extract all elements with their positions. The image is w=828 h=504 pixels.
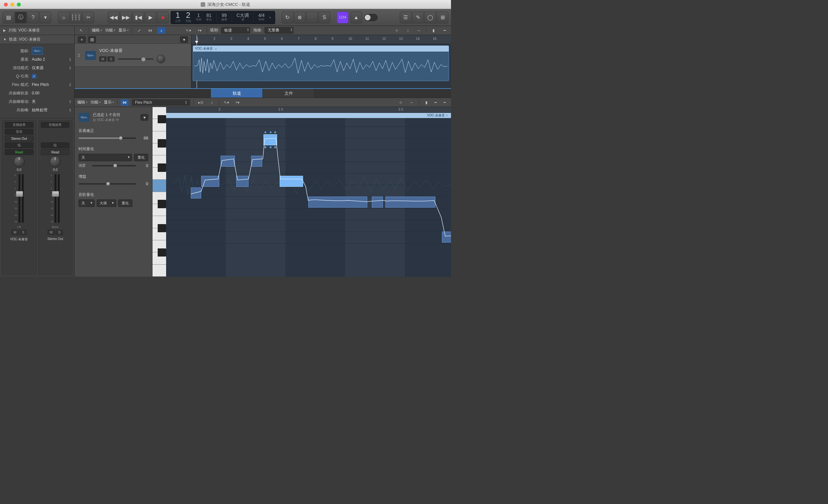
metronome-button[interactable]: ▲ <box>350 12 362 23</box>
pointer-tool[interactable]: ↖▾ <box>222 99 231 106</box>
scale-quantize-button[interactable]: 量化 <box>118 200 132 207</box>
channel-value[interactable]: Audio 2▴▾ <box>32 57 71 61</box>
mixer-button[interactable]: ┆┆┆ <box>70 12 82 23</box>
lcd-key[interactable]: C大调 <box>237 13 249 17</box>
inspector-button[interactable]: ⓘ <box>15 12 27 23</box>
formant-track-value[interactable]: 0.00 <box>32 91 71 95</box>
track-mute[interactable]: M <box>99 56 107 61</box>
browsers-button[interactable]: ⊞ <box>437 12 448 23</box>
track-name[interactable]: VOC-未修音 <box>99 48 188 53</box>
mute-button[interactable]: M <box>11 229 18 235</box>
pointer-select[interactable]: ↖▾ <box>184 27 193 34</box>
global-tracks-button[interactable]: ▾ <box>180 36 188 43</box>
pan-value[interactable]: 0.0 <box>17 168 22 172</box>
flex-pitch-icon[interactable]: ♪ <box>157 27 165 34</box>
strength-value[interactable]: 0 <box>139 163 148 168</box>
time-quantize-select[interactable]: 关▾ <box>79 154 132 161</box>
catch-icon[interactable]: ♪ <box>208 99 216 106</box>
drag-value[interactable]: 无重叠▴▾ <box>264 27 294 34</box>
flex-note[interactable] <box>385 197 436 208</box>
editor-view-menu[interactable]: 显示 <box>104 99 114 105</box>
audiofx-slot[interactable]: 音频效果 <box>5 122 33 128</box>
edit-menu[interactable]: 编辑 <box>92 28 102 33</box>
zoom-slider-h[interactable]: ━ <box>441 27 448 34</box>
maximize-button[interactable] <box>17 3 21 6</box>
snap-value[interactable]: 敏捷▴▾ <box>221 27 250 34</box>
pan-value[interactable]: 0.0 <box>53 168 57 172</box>
forward-button[interactable]: ▶▶ <box>120 12 132 23</box>
list-editors-button[interactable]: ☰ <box>400 12 411 23</box>
solo-button[interactable]: S <box>19 229 27 235</box>
pitch-correction-value[interactable]: 88 <box>139 135 148 140</box>
editor-edit-menu[interactable]: 编辑 <box>77 99 87 105</box>
record-button[interactable]: ● <box>157 12 169 23</box>
hzoom-icon[interactable]: ↔ <box>408 99 416 106</box>
flex-note-selected[interactable] <box>263 134 277 145</box>
solo-button[interactable]: S <box>56 229 63 235</box>
notepad-button[interactable]: ✎ <box>412 12 424 23</box>
bnce-label[interactable]: Bnce <box>52 225 59 229</box>
note-grid[interactable]: 2 2 3 3 3 4 VOC-未修音 ○ <box>166 107 451 277</box>
stop-button[interactable]: ▮◀ <box>132 12 144 23</box>
solo-button[interactable]: S <box>319 12 330 23</box>
lcd-tempo[interactable]: 99 <box>221 13 227 17</box>
zoom-h-slider-2[interactable]: ━ <box>441 99 448 106</box>
autoquantize-button[interactable]: ⟋ <box>306 12 318 23</box>
secondary-tool[interactable]: +▾ <box>234 99 241 106</box>
flex-note[interactable] <box>191 187 201 199</box>
formant-move-value[interactable]: 关▴▾ <box>32 99 71 104</box>
duplicate-track-button[interactable]: ⊞ <box>88 36 96 43</box>
time-quantize-button[interactable]: 量化 <box>134 154 148 161</box>
automation-mode[interactable]: Read <box>41 149 70 155</box>
piano-keyboard[interactable]: C4 C3 <box>153 107 166 277</box>
play-button[interactable]: ▶ <box>145 12 156 23</box>
add-track-button[interactable]: + <box>78 36 86 43</box>
gain-value[interactable]: 0 <box>139 181 148 186</box>
editor-ruler[interactable]: 2 2 3 3 3 4 <box>166 107 451 113</box>
flex-note[interactable] <box>372 197 383 208</box>
tab-file[interactable]: 文件 <box>263 89 315 98</box>
track-pan-knob[interactable] <box>157 55 165 63</box>
minimize-button[interactable] <box>10 3 14 6</box>
close-button[interactable] <box>4 3 8 6</box>
editors-button[interactable]: ✂ <box>82 12 94 23</box>
gain-slider[interactable] <box>79 183 136 184</box>
count-in-button[interactable]: 1234 <box>337 12 348 23</box>
lcd-display[interactable]: 1小节 2节拍 1等份 81音位 99速度 C大调调 4/4时间 ▾ <box>171 11 275 24</box>
master-toggle[interactable] <box>364 14 378 21</box>
flex-note[interactable] <box>280 176 303 187</box>
loops-button[interactable]: ◯ <box>424 12 436 23</box>
flex-note[interactable] <box>236 176 249 187</box>
region-header[interactable]: ▶ 片段: VOC-未修音 <box>0 26 74 35</box>
flex-note[interactable] <box>201 176 219 187</box>
group-slot[interactable]: 组 <box>5 142 33 148</box>
help-button[interactable]: ? <box>27 12 39 23</box>
formant-value[interactable]: 始终处理▴▾ <box>32 107 71 113</box>
pitch-correction-slider[interactable] <box>79 137 136 139</box>
editor-functions-menu[interactable]: 功能 <box>90 99 100 105</box>
strength-slider[interactable] <box>92 165 136 166</box>
lcd-sig[interactable]: 4/4 <box>258 13 264 17</box>
waveform-zoom-icon[interactable]: ⊹ <box>393 27 401 34</box>
scale-root-select[interactable]: 关▾ <box>79 200 95 207</box>
automation-mode[interactable]: Read <box>5 149 33 155</box>
volume-fader[interactable] <box>18 174 20 223</box>
zoom-h-slider[interactable]: ━ <box>431 99 439 106</box>
flex-icon[interactable]: ⋈ <box>121 99 128 106</box>
bar-ruler[interactable]: 1 2 3 4 5 6 7 8 9 10 11 12 13 14 15 <box>192 35 451 44</box>
flex-value[interactable]: Flex Pitch▴▾ <box>32 82 71 87</box>
midi-out-icon[interactable]: ▸⊙ <box>197 99 205 106</box>
editor-region-header[interactable]: VOC-未修音 ○ <box>166 113 451 118</box>
track-header[interactable]: ▼ 轨道: VOC-未修音 <box>0 35 74 44</box>
flex-note[interactable] <box>442 232 451 243</box>
track-icon[interactable] <box>85 51 96 60</box>
smart-controls-button[interactable]: ☼ <box>58 12 70 23</box>
tab-track[interactable]: 轨道 <box>211 89 263 98</box>
flex-note[interactable] <box>251 156 262 167</box>
send-slot[interactable]: 发送 <box>5 129 33 135</box>
waveform-zoom-icon[interactable]: ⊹ <box>397 99 405 106</box>
vzoom-icon[interactable]: ↕ <box>404 27 412 34</box>
track-header-row[interactable]: 2 VOC-未修音 MS <box>75 44 191 67</box>
audio-region[interactable]: VOC-未修音○ <box>193 45 449 81</box>
marquee-select[interactable]: +▾ <box>196 27 203 34</box>
